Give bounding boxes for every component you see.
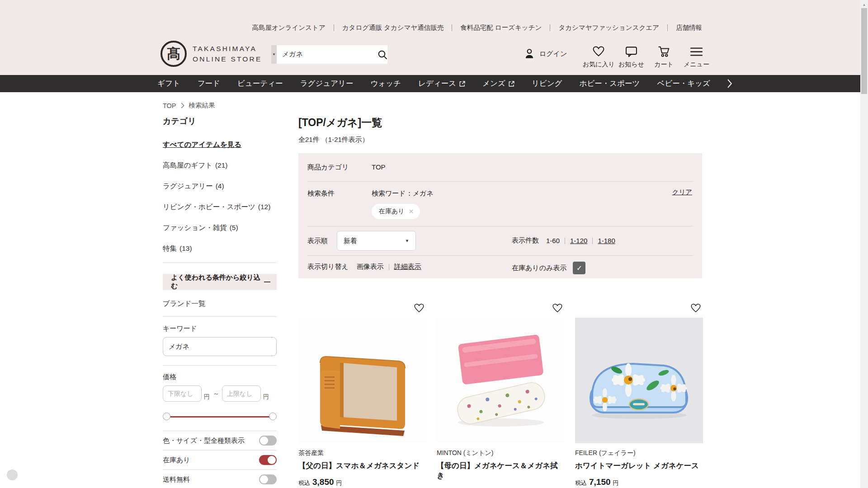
collapse-minus-icon [264, 282, 270, 282]
refine-panel-header[interactable]: よく使われる条件から絞り込む [163, 274, 277, 290]
search-button[interactable] [377, 45, 387, 64]
nav-item-food[interactable]: フード [198, 79, 220, 89]
nav-item-hobby-sports[interactable]: ホビー・スポーツ [580, 79, 640, 89]
search-scope-dropdown[interactable]: ▼ [271, 45, 277, 64]
toggle-row-in-stock: 在庫あり [163, 450, 277, 469]
summary-row-condition: 検索条件 検索ワード：メガネ 在庫あり ✕ クリア [307, 182, 693, 226]
price-label: 価格 [163, 373, 277, 381]
summary-row-display: 表示切り替え 画像表示 詳細表示 在庫ありのみ表示 ✓ [307, 256, 693, 278]
all-variations-toggle[interactable] [259, 436, 277, 446]
product-image [575, 318, 703, 443]
product-brand: FEILER (フェイラー) [575, 449, 703, 457]
per-page-60[interactable]: 1-60 [546, 237, 560, 244]
search-bar: ▼ [271, 45, 387, 64]
product-name: ホワイトマーガレット メガネケース [575, 461, 703, 471]
nav-item-baby-kids[interactable]: ベビー・キッズ [657, 79, 710, 89]
product-brand: MINTON (ミントン) [437, 449, 565, 457]
divider [389, 264, 389, 270]
sort-select[interactable]: 新着 ▼ [337, 231, 416, 251]
divider [452, 24, 452, 31]
nav-item-living[interactable]: リビング [532, 79, 562, 89]
scrollbar[interactable]: ▲ [860, 0, 868, 488]
toggle-row-free-shipping: 送料無料 [163, 469, 277, 488]
favorite-icon[interactable] [690, 303, 701, 313]
nav-item-mens[interactable]: メンズ [482, 79, 514, 89]
yen-label: 円 [204, 393, 210, 401]
sidebar-item-fashion-goods[interactable]: ファッション・雑貨(5) [163, 223, 277, 233]
sidebar-item-special[interactable]: 特集(13) [163, 244, 277, 253]
divider [163, 365, 277, 366]
category-heading: カテゴリ [163, 116, 277, 127]
product-grid: 茶谷産業 【父の日】スマホ＆メガネスタンド 税込 3,850 円 [298, 303, 702, 488]
page: 高島屋オンラインストア カタログ通販 タカシマヤ通信販売 食料品宅配 ローズキッ… [0, 0, 868, 488]
in-stock-toggle[interactable] [259, 455, 277, 465]
main-nav: ギフト フード ビューティー ラグジュアリー ウォッチ レディース メンズ リビ… [0, 75, 868, 92]
slider-track [165, 416, 275, 418]
summary-row-category: 商品カテゴリ TOP [307, 153, 693, 181]
product-image [437, 318, 565, 443]
favorites-button[interactable]: お気に入り [582, 44, 615, 69]
login-label: ログイン [539, 50, 567, 58]
scroll-up-icon[interactable]: ▲ [860, 1, 868, 8]
util-link-rose-kitchen[interactable]: 食料品宅配 ローズキッチン [460, 23, 542, 32]
display-image-option[interactable]: 画像表示 [357, 263, 384, 271]
close-icon[interactable]: ✕ [409, 208, 414, 215]
notifications-label: お知らせ [618, 61, 644, 69]
breadcrumb: TOP 検索結果 [163, 101, 215, 110]
stock-only-checkbox[interactable]: ✓ [573, 262, 585, 274]
yen-label: 円 [263, 393, 269, 401]
breadcrumb-current: 検索結果 [189, 101, 215, 110]
nav-item-watch[interactable]: ウォッチ [371, 79, 401, 89]
nav-item-gift[interactable]: ギフト [157, 79, 180, 89]
price-max-input[interactable] [222, 385, 261, 402]
nav-item-luxury[interactable]: ラグジュアリー [300, 79, 354, 89]
cart-button[interactable]: カート [647, 44, 680, 69]
price-range-slider[interactable] [163, 413, 277, 421]
util-link-store-info[interactable]: 店舗情報 [676, 23, 702, 32]
sidebar-item-takashimaya-gift[interactable]: 高島屋のギフト(21) [163, 161, 277, 170]
slider-handle-min[interactable] [163, 413, 170, 420]
product-image [298, 318, 426, 443]
utility-nav: 高島屋オンラインストア カタログ通販 タカシマヤ通信販売 食料品宅配 ローズキッ… [252, 23, 703, 32]
util-link-online-store[interactable]: 高島屋オンラインストア [252, 23, 326, 32]
keyword-input[interactable] [163, 337, 277, 356]
util-link-fashion-square[interactable]: タカシマヤファッションスクエア [558, 23, 659, 32]
product-card[interactable]: FEILER (フェイラー) ホワイトマーガレット メガネケース 税込 7,15… [575, 303, 703, 488]
price-min-input[interactable] [163, 385, 202, 402]
nav-item-beauty[interactable]: ビューティー [237, 79, 283, 89]
floating-widget-button[interactable] [7, 469, 18, 480]
util-link-catalog[interactable]: カタログ通販 タカシマヤ通信販売 [342, 23, 444, 32]
scrollbar-thumb[interactable] [861, 8, 867, 94]
chevron-right-icon [727, 79, 732, 88]
search-word-value: 検索ワード：メガネ [372, 189, 434, 198]
display-detail-option[interactable]: 詳細表示 [394, 263, 421, 271]
product-name: 【父の日】スマホ＆メガネスタンド [298, 461, 426, 471]
hamburger-icon [690, 47, 703, 56]
per-page-120[interactable]: 1-120 [570, 237, 587, 244]
divider [334, 24, 334, 31]
slider-handle-max[interactable] [269, 413, 277, 420]
search-input[interactable] [277, 45, 377, 64]
login-button[interactable]: ログイン [524, 48, 567, 60]
nav-scroll-right-button[interactable] [727, 79, 732, 88]
menu-button[interactable]: メニュー [680, 44, 712, 69]
favorite-icon[interactable] [414, 303, 425, 313]
per-page-180[interactable]: 1-180 [598, 237, 615, 244]
product-card[interactable]: MINTON (ミントン) 【母の日】メガネケース＆メガネ拭き 税込 3,850… [437, 303, 565, 488]
brand-list-link[interactable]: ブランド一覧 [163, 299, 277, 317]
sidebar-item-luxury[interactable]: ラグジュアリー(4) [163, 182, 277, 191]
nav-item-ladies[interactable]: レディース [418, 79, 465, 89]
favorite-icon[interactable] [552, 303, 563, 313]
sidebar-view-all-link[interactable]: すべてのアイテムを見る [163, 140, 277, 150]
user-icon [524, 48, 535, 60]
free-shipping-toggle[interactable] [259, 474, 277, 484]
result-count: 全21件 （1-21件表示） [298, 136, 702, 144]
takashimaya-logo[interactable]: 髙 TAKASHIMAYA ONLINE STORE [160, 41, 262, 67]
price-range-inputs: 円 ～ 円 [163, 385, 277, 402]
sidebar-item-living-hobby-sports[interactable]: リビング・ホビー・スポーツ(12) [163, 202, 277, 212]
breadcrumb-top-link[interactable]: TOP [163, 102, 176, 109]
notifications-button[interactable]: お知らせ [615, 44, 647, 69]
clear-filters-link[interactable]: クリア [672, 188, 692, 197]
product-card[interactable]: 茶谷産業 【父の日】スマホ＆メガネスタンド 税込 3,850 円 [298, 303, 426, 488]
menu-label: メニュー [684, 61, 709, 69]
